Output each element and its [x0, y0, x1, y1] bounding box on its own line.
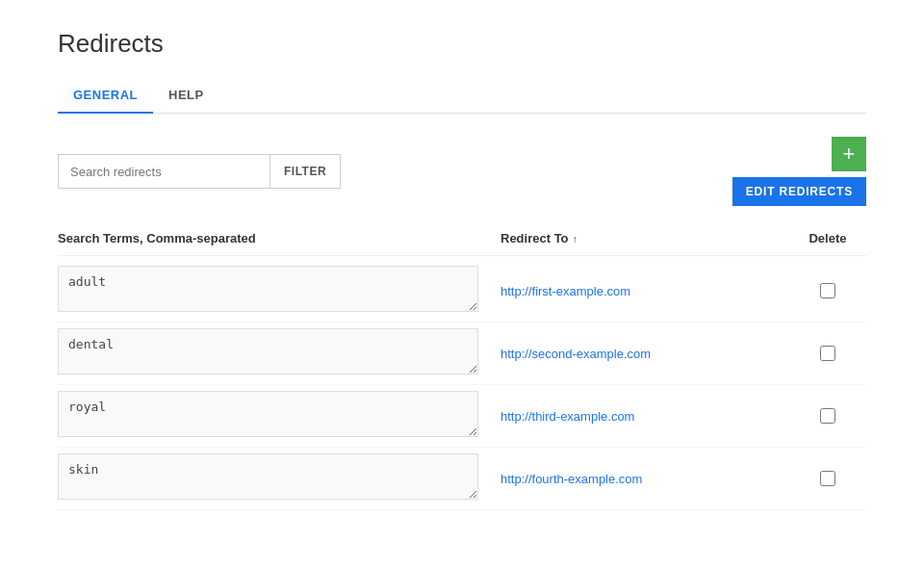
search-term-cell-1: adult	[58, 266, 500, 316]
table-row: dental http://second-example.com	[58, 323, 866, 385]
edit-redirects-button[interactable]: EDIT REDIRECTS	[732, 177, 866, 206]
search-term-cell-4: skin	[58, 453, 500, 503]
col-header-delete: Delete	[789, 231, 866, 245]
delete-cell-1	[789, 283, 866, 298]
delete-checkbox-4[interactable]	[820, 471, 835, 486]
action-buttons: + EDIT REDIRECTS	[732, 137, 866, 206]
redirect-url-cell-1: http://first-example.com	[500, 282, 789, 299]
redirects-table: Search Terms, Comma-separated Redirect T…	[58, 221, 866, 510]
add-redirect-button[interactable]: +	[832, 137, 866, 171]
col-header-search-terms: Search Terms, Comma-separated	[58, 231, 500, 245]
table-row: adult http://first-example.com	[58, 260, 866, 323]
redirect-link-2[interactable]: http://second-example.com	[500, 347, 651, 361]
search-term-cell-3: royal	[58, 391, 500, 441]
search-term-input-1[interactable]: adult	[58, 266, 478, 312]
table-row: skin http://fourth-example.com	[58, 448, 866, 510]
plus-icon: +	[843, 143, 856, 165]
delete-cell-2	[789, 346, 866, 361]
redirect-link-4[interactable]: http://fourth-example.com	[500, 472, 642, 486]
redirect-url-cell-2: http://second-example.com	[500, 345, 789, 362]
search-area: FILTER	[58, 154, 341, 189]
page-title: Redirects	[58, 29, 866, 59]
redirect-link-3[interactable]: http://third-example.com	[500, 409, 634, 424]
delete-cell-4	[789, 471, 866, 486]
page-container: Redirects GENERAL HELP FILTER + EDIT RED…	[0, 0, 924, 539]
search-term-input-3[interactable]: royal	[58, 391, 478, 437]
toolbar: FILTER + EDIT REDIRECTS	[58, 137, 866, 206]
search-term-input-4[interactable]: skin	[58, 453, 478, 500]
col-header-redirect-to: Redirect To ↑	[500, 231, 789, 245]
tab-help[interactable]: HELP	[153, 78, 219, 113]
delete-checkbox-2[interactable]	[820, 346, 835, 361]
filter-button[interactable]: FILTER	[270, 154, 341, 189]
tab-general[interactable]: GENERAL	[58, 78, 153, 114]
tabs-nav: GENERAL HELP	[58, 78, 866, 114]
delete-cell-3	[789, 408, 866, 424]
search-term-cell-2: dental	[58, 328, 500, 378]
redirect-url-cell-3: http://third-example.com	[500, 407, 789, 425]
redirect-link-1[interactable]: http://first-example.com	[500, 284, 630, 298]
delete-checkbox-3[interactable]	[820, 408, 835, 424]
table-row: royal http://third-example.com	[58, 385, 866, 448]
search-input[interactable]	[58, 154, 270, 189]
sort-arrow-icon: ↑	[573, 233, 578, 245]
delete-checkbox-1[interactable]	[820, 283, 835, 298]
table-header: Search Terms, Comma-separated Redirect T…	[58, 221, 866, 256]
search-term-input-2[interactable]: dental	[58, 328, 478, 374]
redirect-url-cell-4: http://fourth-example.com	[500, 470, 789, 487]
